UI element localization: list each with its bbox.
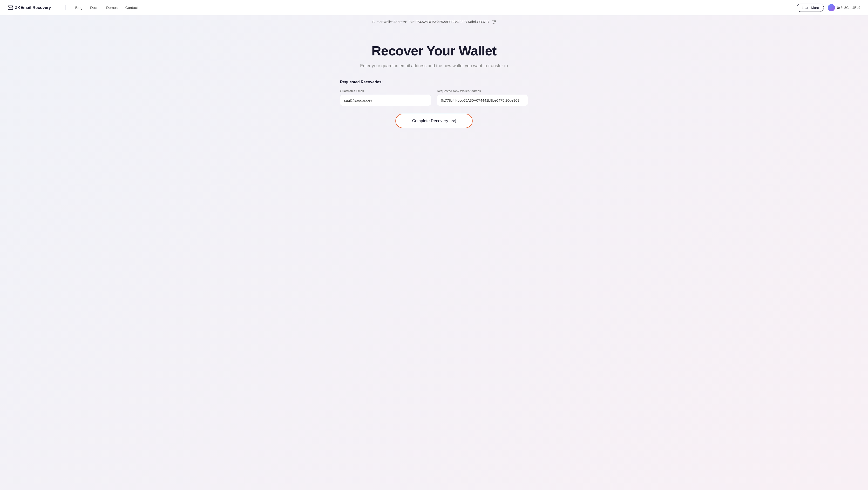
form-row: Guardian's Email Requested New Wallet Ad… [340,89,528,106]
nav-link-contact[interactable]: Contact [125,5,138,10]
section-label: Requested Recoveries: [340,80,528,84]
mail-icon [8,5,13,10]
guardian-email-input[interactable] [340,95,431,106]
wallet-badge[interactable]: 0x6e8C····4Ea9 [828,4,860,11]
burner-prefix: Burner Wallet Address: [372,20,407,24]
navbar: ZKEmail Recovery Blog Docs Demos Contact… [0,0,868,15]
guardian-email-label: Guardian's Email [340,89,431,93]
page-title: Recover Your Wallet [372,43,496,59]
svg-point-3 [453,121,454,122]
recovery-icon [451,119,456,123]
logo[interactable]: ZKEmail Recovery [8,5,66,10]
burner-address: 0x21754A2bBC5Afa25AaB0BB520E0714fbd30B37… [409,20,490,24]
app-name: ZKEmail Recovery [15,5,51,10]
nav-links: Blog Docs Demos Contact [66,5,797,10]
nav-link-docs[interactable]: Docs [90,5,98,10]
recovery-form-section: Requested Recoveries: Guardian's Email R… [340,80,528,128]
new-wallet-label: Requested New Wallet Address [437,89,528,93]
complete-recovery-button[interactable]: Complete Recovery [396,114,472,128]
wallet-avatar-icon [828,4,835,11]
navbar-right: Learn More 0x6e8C····4Ea9 [797,4,860,12]
new-wallet-input[interactable] [437,95,528,106]
refresh-icon[interactable] [491,20,496,24]
page-subtitle: Enter your guardian email address and th… [360,63,508,68]
new-wallet-group: Requested New Wallet Address [437,89,528,106]
learn-more-button[interactable]: Learn More [797,4,824,12]
guardian-email-group: Guardian's Email [340,89,431,106]
burner-wallet-bar: Burner Wallet Address: 0x21754A2bBC5Afa2… [0,15,868,28]
main-content: Recover Your Wallet Enter your guardian … [0,28,868,148]
nav-link-demos[interactable]: Demos [106,5,118,10]
complete-recovery-label: Complete Recovery [412,119,448,123]
wallet-address-short: 0x6e8C····4Ea9 [837,6,860,10]
nav-link-blog[interactable]: Blog [75,5,83,10]
